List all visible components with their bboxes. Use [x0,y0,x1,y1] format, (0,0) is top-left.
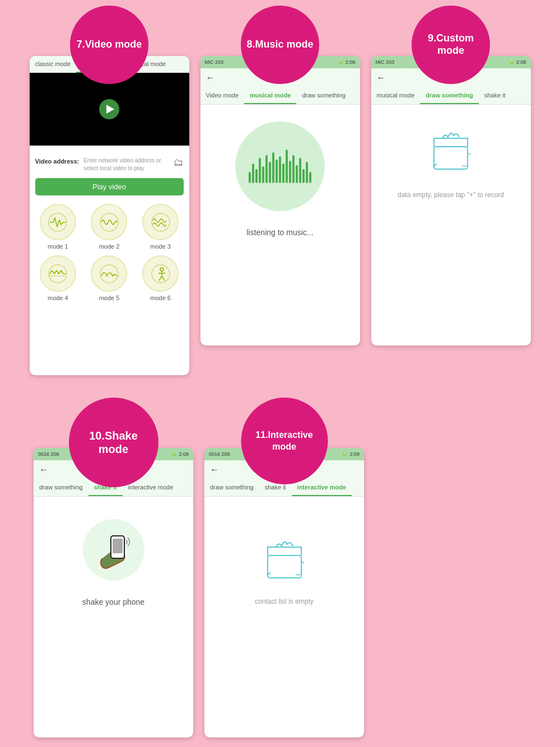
empty-data-text: data empty, please tap "+" to record [398,191,504,199]
play-video-button[interactable]: Play video [35,178,184,195]
mode-2-icon [99,212,119,232]
play-triangle-icon [106,105,114,114]
mode-6-label: mode 6 [150,295,171,301]
status-left-10: 0016 208 [38,451,59,457]
mode-5-label: mode 5 [99,295,120,301]
back-button-9[interactable]: ← [371,69,391,86]
phone-custom-mode: 9.Custom mode MiC 203 🔋 2:08 ← [371,17,531,375]
wave-bar [286,150,288,183]
mode-6-circle [142,255,179,292]
empty-box-svg [423,122,479,178]
tab-draw-10[interactable]: draw something [34,479,88,496]
wave-bar [262,166,264,183]
mode-5-item[interactable]: mode 5 [86,255,132,301]
bottom-row: 10.Shake mode 0016 208 🔋 2:08 ← [11,409,549,737]
shake-content: shake your phone [34,497,193,737]
mode-1-circle [40,204,76,240]
phone-screen-7: classic mode Video mode musical mode [30,56,189,375]
video-screen-content: Video address: Enter network video addre… [30,151,189,375]
wave-bar [296,165,298,183]
back-button-10[interactable]: ← [34,461,54,478]
mode-3-circle [142,204,179,240]
tab-classic[interactable]: classic mode [30,56,77,73]
svg-point-1 [100,213,118,231]
tab-draw-9[interactable]: draw something [420,87,478,104]
mode-1-item[interactable]: mode 1 [35,204,81,250]
wave-bar [249,172,251,183]
status-right-8: 🔋 2:08 [338,59,356,65]
wave-bar [292,155,295,183]
svg-point-6 [152,265,170,283]
status-left-9: MiC 203 [376,59,395,65]
custom-content: data empty, please tap "+" to record [371,105,531,346]
mode-2-label: mode 2 [99,243,120,250]
wave-bar [276,160,278,183]
mode-6-item[interactable]: mode 6 [138,255,184,301]
play-button[interactable] [99,99,119,119]
wave-bar [269,162,271,183]
mode-2-item[interactable]: mode 2 [86,204,132,250]
tab-video-8[interactable]: Video mode [200,87,245,104]
wave-bar [306,162,308,183]
mode-6-icon [151,264,171,284]
status-right-9: 🔋 2:08 [508,59,526,65]
mode-3-icon [151,212,171,232]
back-button-11[interactable]: ← [204,461,225,478]
badge-8: 8.Music mode [241,6,319,84]
wave-bar [252,164,254,183]
interactive-empty-svg [256,530,312,586]
wave-bar [302,169,305,183]
phone-screen-8: MiC 203 🔋 2:08 ← Video mode [200,56,360,346]
mode-5-circle [91,255,127,292]
back-button-8[interactable]: ← [200,69,221,86]
status-left-11: 0016 208 [209,451,230,457]
phone-interactive-mode: 11.Interactivemode 0016 208 🔋 2:09 ← [204,409,364,737]
wave-bar [282,164,284,183]
wave-bar [299,158,301,183]
empty-box-icon [423,122,479,180]
badge-11: 11.Interactivemode [241,398,328,484]
wave-bar [279,156,281,183]
phone-shake-mode: 10.Shake mode 0016 208 🔋 2:08 ← [34,409,193,737]
page-wrapper: 7.Video mode classic mode Video mode mus… [0,0,560,747]
tab-musical-8[interactable]: musical mode [244,87,296,104]
badge-10: 10.Shake mode [69,398,158,487]
phone-screen-9: MiC 203 🔋 2:08 ← musical mode [371,56,531,346]
badge-7: 7.Video mode [70,6,148,84]
tab-interactive-11[interactable]: interactive mode [292,479,352,496]
phone-video-mode: 7.Video mode classic mode Video mode mus… [30,17,189,375]
phone-music-mode: 8.Music mode MiC 203 🔋 2:08 ← [200,17,360,375]
music-circle [235,122,325,211]
mode-1-label: mode 1 [48,243,68,250]
svg-rect-14 [113,539,123,553]
tab-musical-9[interactable]: musical mode [371,87,421,104]
phone-screen-11: 0016 208 🔋 2:09 ← draw something [204,448,364,737]
music-content: listening to music... [200,105,360,346]
mode-3-label: mode 3 [150,243,171,250]
top-row: 7.Video mode classic mode Video mode mus… [11,17,549,375]
mode-4-label: mode 4 [48,295,68,301]
mode-4-circle [40,255,76,292]
video-address-label: Video address: [35,157,80,165]
tab-draw-8[interactable]: draw something [296,87,351,104]
tab-shake-9[interactable]: shake it [479,87,511,104]
mode-1-icon [48,212,68,232]
tab-draw-11[interactable]: draw something [204,479,259,496]
badge-9: 9.Custom mode [412,6,490,84]
interactive-content: contact list is empty [204,497,364,737]
status-left-8: MiC 203 [205,59,224,65]
folder-icon[interactable]: 🗂 [174,157,184,169]
shake-phone-svg [91,527,136,572]
wave-bar [272,152,274,183]
mode-5-icon [99,264,119,284]
contact-empty-text: contact list is empty [255,597,314,605]
mode-4-item[interactable]: mode 4 [35,255,81,301]
mode-3-item[interactable]: mode 3 [138,204,184,250]
wave-bar [309,172,311,183]
shake-phone-illustration [83,519,144,581]
mode-4-icon [48,264,68,284]
wave-bar [255,169,258,183]
phone-screen-10: 0016 208 🔋 2:08 ← draw something [34,448,193,737]
video-address-row: Video address: Enter network video addre… [35,157,184,172]
status-right-10: 🔋 2:08 [171,451,189,457]
